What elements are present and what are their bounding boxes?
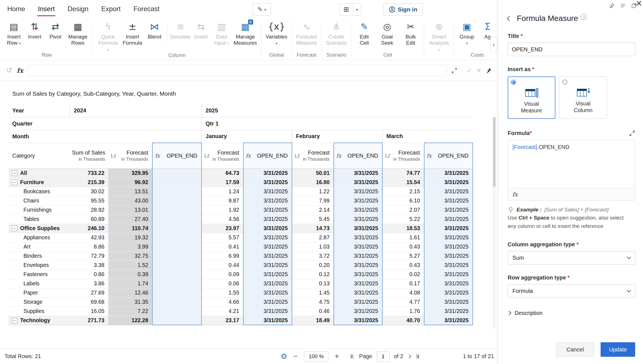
cell[interactable]: 3/31/2025 — [424, 214, 473, 224]
category-cell[interactable]: Labels — [8, 279, 70, 288]
page-input[interactable] — [377, 351, 390, 362]
cell[interactable]: 3/31/2025 — [424, 233, 473, 242]
tab-forecast[interactable]: Forecast — [133, 0, 159, 18]
cell[interactable] — [152, 279, 201, 288]
cell[interactable]: 23.17 — [201, 316, 243, 325]
cell[interactable]: 3/31/2025 — [334, 178, 382, 187]
cell[interactable]: 42.93 — [70, 233, 108, 242]
cell[interactable]: 43.00 — [108, 196, 152, 205]
cell[interactable]: 3/31/2025 — [424, 307, 473, 316]
ribbon-expand-button[interactable]: › — [490, 37, 497, 52]
cell[interactable]: 23.97 — [201, 224, 243, 233]
cell[interactable]: 3/31/2025 — [424, 178, 473, 187]
back-chevron-icon[interactable] — [507, 16, 512, 21]
cell[interactable]: 0.09 — [201, 270, 243, 279]
cell[interactable]: 8.86 — [70, 242, 108, 251]
cell[interactable]: 0.43 — [382, 261, 424, 270]
cell[interactable]: 12.46 — [108, 288, 152, 297]
cell[interactable]: 13.51 — [108, 187, 152, 196]
cell[interactable] — [152, 316, 201, 325]
column-header-sum-of-sales-0[interactable]: Sum of Salesin Thousands — [70, 143, 108, 168]
cell[interactable]: 3/31/2025 — [424, 297, 473, 307]
cell[interactable]: 0.86 — [70, 270, 108, 279]
blend-button[interactable]: ⋈Blend — [144, 19, 165, 40]
cell[interactable]: 3/31/2025 — [243, 261, 292, 270]
cell[interactable]: 95.55 — [70, 196, 108, 205]
cell[interactable] — [152, 168, 201, 178]
cell[interactable]: 3/31/2025 — [334, 205, 382, 214]
cell[interactable]: 3/31/2025 — [334, 307, 382, 316]
cell[interactable]: 733.22 — [70, 168, 108, 178]
cell[interactable]: 16.80 — [292, 178, 334, 187]
cell[interactable]: 3/31/2025 — [334, 168, 382, 178]
close-icon[interactable] — [636, 0, 642, 8]
forecast-measure-button[interactable]: ∿Forecast Measure — [294, 19, 319, 46]
cell[interactable]: 30.02 — [70, 187, 108, 196]
cell[interactable]: 5.27 — [382, 251, 424, 261]
collapse-icon[interactable]: − — [12, 170, 17, 176]
smart-analysis-button[interactable]: ⊛Smart Analysis ▾ — [427, 19, 451, 52]
cell[interactable]: 0.12 — [292, 270, 334, 279]
cell[interactable]: 18.53 — [382, 224, 424, 233]
cell[interactable]: 50.01 — [292, 168, 334, 178]
category-cell[interactable]: −Technology — [8, 316, 70, 325]
cell[interactable]: 0.13 — [292, 279, 334, 288]
cell[interactable]: 9.87 — [201, 196, 243, 205]
cell[interactable] — [152, 270, 201, 279]
manage-rows-button[interactable]: ▦Manage Rows — [66, 19, 90, 46]
cell[interactable]: 3/31/2025 — [243, 205, 292, 214]
cell[interactable]: 6.99 — [201, 251, 243, 261]
cell[interactable]: 15.54 — [382, 178, 424, 187]
cell[interactable]: 0.20 — [292, 261, 334, 270]
cell[interactable]: 5.45 — [292, 214, 334, 224]
cell[interactable]: 0.06 — [201, 279, 243, 288]
cell[interactable]: 3/31/2025 — [334, 224, 382, 233]
aggregate-button[interactable]: ΣAg — [477, 19, 498, 40]
cell[interactable]: 3/31/2025 — [334, 196, 382, 205]
next-page-button[interactable] — [408, 355, 411, 358]
expand-icon[interactable] — [451, 68, 457, 74]
cell[interactable]: 2.14 — [292, 205, 334, 214]
last-page-button[interactable] — [415, 354, 419, 359]
column-header-open-end-8[interactable]: fxOPEN_END — [424, 143, 473, 168]
column-header-forecast-3[interactable]: 1.2Forecastin Thousands — [201, 143, 243, 168]
zoom-out-button[interactable]: − — [293, 352, 298, 361]
cell[interactable]: 1.52 — [108, 261, 152, 270]
cell[interactable]: 4.08 — [382, 288, 424, 297]
zoom-in-button[interactable]: + — [335, 352, 339, 361]
cell[interactable]: 96.92 — [108, 178, 152, 187]
cell[interactable]: 3/31/2025 — [334, 251, 382, 261]
cell[interactable]: 3/31/2025 — [424, 251, 473, 261]
category-cell[interactable]: Binders — [8, 251, 70, 261]
cell[interactable]: 74.77 — [382, 168, 424, 178]
sign-in-button[interactable]: Sign in — [383, 3, 423, 16]
cell[interactable] — [152, 242, 201, 251]
cell[interactable]: 72.79 — [70, 251, 108, 261]
collapse-icon[interactable]: − — [12, 180, 17, 185]
cell[interactable]: 19.32 — [108, 233, 152, 242]
undo-icon[interactable]: ↺ — [6, 66, 12, 75]
collapse-icon[interactable]: − — [12, 226, 17, 231]
cell[interactable]: 14.73 — [292, 224, 334, 233]
cell[interactable]: 3/31/2025 — [334, 297, 382, 307]
manage-measures-button[interactable]: ▦6Manage Measures — [232, 19, 259, 46]
cell[interactable]: 0.44 — [201, 261, 243, 270]
cell[interactable]: 3/31/2025 — [424, 242, 473, 251]
formula-input[interactable] — [28, 65, 447, 76]
cell[interactable]: 3/31/2025 — [424, 261, 473, 270]
cell[interactable] — [152, 196, 201, 205]
cell[interactable]: 3.86 — [70, 279, 108, 288]
cell[interactable]: 40.70 — [382, 316, 424, 325]
cell[interactable]: 0.41 — [201, 242, 243, 251]
cell[interactable]: 1.03 — [292, 242, 334, 251]
category-cell[interactable]: Furnishings — [8, 205, 70, 214]
cell[interactable] — [152, 233, 201, 242]
cell[interactable]: 0.17 — [382, 279, 424, 288]
cell[interactable]: 1.22 — [292, 187, 334, 196]
cell[interactable]: 5.22 — [382, 214, 424, 224]
cell[interactable]: 4.66 — [201, 297, 243, 307]
cell[interactable]: 4.77 — [382, 297, 424, 307]
simulate-button[interactable]: ≋Simulate — [170, 19, 191, 40]
cell[interactable] — [152, 178, 201, 187]
cell[interactable]: 18.49 — [292, 316, 334, 325]
